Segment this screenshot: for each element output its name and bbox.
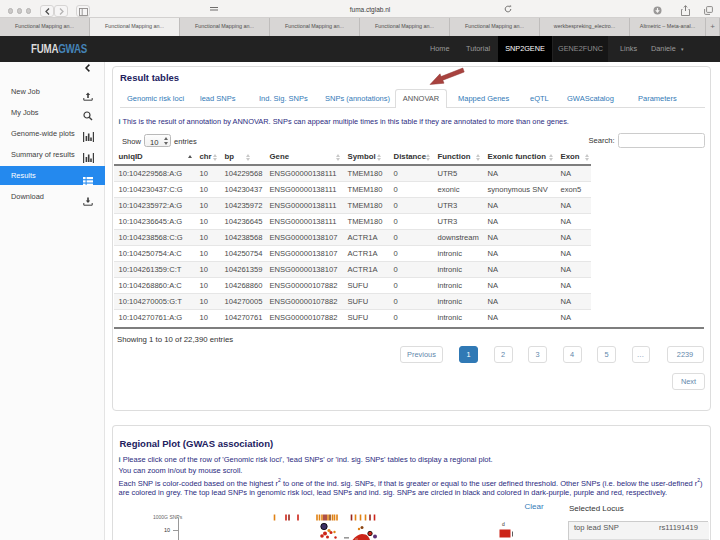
svg-text:d: d [502, 521, 505, 527]
